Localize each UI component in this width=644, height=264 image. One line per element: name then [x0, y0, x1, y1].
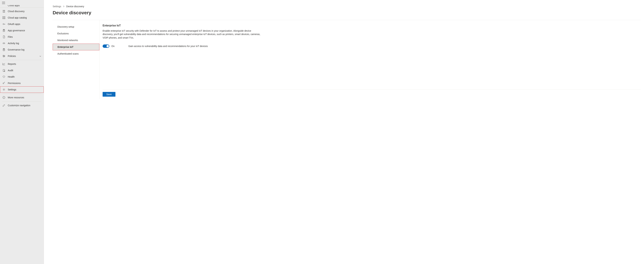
- sidebar-item-label: Reports: [8, 63, 41, 65]
- subnav-item-enterprise-iot[interactable]: Enterprise IoT: [53, 44, 100, 50]
- sidebar-item-label: App governance: [8, 29, 41, 32]
- subnav-item-label: Enterprise IoT: [58, 46, 74, 48]
- sidebar-item-label: Health: [8, 75, 41, 78]
- chevron-right-icon: [63, 5, 65, 8]
- sidebar-item-health[interactable]: Health: [0, 74, 44, 80]
- heart-icon: [2, 75, 6, 78]
- grid-icon: [2, 16, 6, 19]
- subnav-item-label: Authenticated scans: [58, 52, 79, 55]
- sidebar-item-policies[interactable]: Policies: [0, 53, 44, 59]
- link-icon: [2, 42, 6, 45]
- sidebar-item-customize-navigation[interactable]: Customize navigation: [0, 102, 44, 109]
- sidebar: Cloud apps Cloud discovery Cloud app cat…: [0, 0, 44, 264]
- sidebar-item-cloud-app-catalog[interactable]: Cloud app catalog: [0, 14, 44, 21]
- sidebar-item-label: Cloud discovery: [8, 10, 41, 13]
- svg-point-39: [4, 89, 4, 90]
- svg-rect-33: [3, 69, 5, 72]
- sidebar-item-label: Files: [8, 35, 41, 38]
- save-button[interactable]: Save: [102, 92, 116, 97]
- info-icon: [2, 96, 6, 99]
- toggle-state-label: On: [112, 45, 114, 47]
- sliders-icon: [2, 55, 6, 58]
- svg-rect-13: [3, 18, 4, 19]
- sidebar-item-cloud-discovery[interactable]: Cloud discovery: [0, 8, 44, 14]
- svg-point-30: [4, 56, 5, 56]
- sidebar-separator: [2, 93, 41, 94]
- pencil-icon: [2, 104, 6, 107]
- detail-pane: Enterprise IoT Enable enterprise IoT sec…: [100, 20, 640, 99]
- sidebar-item-cloud-apps[interactable]: Cloud apps: [0, 5, 44, 8]
- chevron-down-icon: [39, 55, 41, 57]
- sidebar-item-more-resources[interactable]: More resources: [0, 94, 44, 101]
- breadcrumb-device-discovery[interactable]: Device discovery: [66, 5, 84, 8]
- sidebar-item-label: Governance log: [8, 48, 41, 51]
- toggle-hint: Gain access to vulnerability data and re…: [128, 45, 208, 47]
- sidebar-item-audit[interactable]: Audit: [0, 67, 44, 74]
- sidebar-item-label: More resources: [8, 96, 41, 99]
- sidebar-item-label: Activity log: [8, 42, 41, 45]
- subnav-item-discovery-setup[interactable]: Discovery setup: [53, 23, 100, 30]
- sidebar-item-app-governance[interactable]: App governance: [0, 27, 44, 34]
- sidebar-item-files[interactable]: Files: [0, 34, 44, 40]
- svg-line-35: [5, 71, 5, 72]
- svg-line-38: [4, 82, 5, 83]
- sidebar-item-oauth-apps[interactable]: OAuth apps: [0, 21, 44, 27]
- detail-heading: Enterprise IoT: [102, 24, 640, 27]
- subnav-item-authenticated-scans[interactable]: Authenticated scans: [53, 50, 100, 57]
- svg-rect-12: [4, 16, 5, 17]
- svg-point-28: [3, 55, 4, 56]
- sidebar-item-reports[interactable]: Reports: [0, 61, 44, 67]
- sidebar-item-label: OAuth apps: [8, 23, 41, 25]
- sidebar-separator: [2, 101, 41, 102]
- org-icon: [2, 10, 6, 13]
- hamburger-icon: [2, 2, 5, 4]
- hamburger-menu-button[interactable]: [0, 1, 44, 5]
- subnav-item-label: Monitored networks: [58, 39, 78, 42]
- svg-point-4: [4, 10, 5, 11]
- sidebar-item-activity-log[interactable]: Activity log: [0, 40, 44, 46]
- svg-point-3: [3, 10, 4, 11]
- subnav-item-label: Discovery setup: [58, 25, 74, 28]
- sidebar-item-label: Cloud apps: [8, 5, 41, 7]
- sidebar-item-label: Settings: [8, 88, 41, 91]
- cloud-apps-icon: [2, 5, 6, 8]
- toggle-knob: [106, 45, 109, 47]
- page-title: Device discovery: [53, 10, 644, 15]
- subnav: Discovery setup Exclusions Monitored net…: [53, 20, 100, 99]
- permissions-icon: [2, 82, 6, 85]
- svg-rect-11: [3, 16, 4, 17]
- sidebar-item-label: Customize navigation: [8, 104, 41, 107]
- toggle-row: On Gain access to vulnerability data and…: [102, 44, 640, 48]
- sidebar-separator: [2, 60, 41, 60]
- subnav-item-monitored-networks[interactable]: Monitored networks: [53, 37, 100, 44]
- sidebar-item-label: Policies: [8, 55, 37, 57]
- gear-icon: [2, 88, 6, 91]
- chart-icon: [2, 62, 6, 65]
- svg-point-15: [3, 23, 4, 25]
- clipboard-icon: [2, 48, 6, 51]
- svg-rect-14: [4, 18, 5, 19]
- breadcrumb-settings[interactable]: Settings: [53, 5, 61, 8]
- svg-line-37: [4, 82, 5, 83]
- sidebar-item-governance-log[interactable]: Governance log: [0, 46, 44, 53]
- main-content: Settings Device discovery Device discove…: [44, 0, 644, 264]
- subnav-item-label: Exclusions: [58, 32, 69, 35]
- breadcrumb: Settings Device discovery: [53, 5, 644, 8]
- sidebar-item-permissions[interactable]: Permissions: [0, 80, 44, 86]
- sidebar-item-settings[interactable]: Settings: [0, 86, 44, 93]
- svg-point-32: [4, 57, 4, 57]
- svg-point-5: [3, 12, 4, 12]
- key-icon: [2, 22, 6, 26]
- clipboard-icon: [2, 29, 6, 32]
- subnav-item-exclusions[interactable]: Exclusions: [53, 30, 100, 37]
- sidebar-nav: Cloud apps Cloud discovery Cloud app cat…: [0, 5, 44, 264]
- audit-icon: [2, 69, 6, 72]
- detail-footer: Save: [102, 89, 640, 99]
- detail-description: Enable enterprise IoT security with Defe…: [102, 29, 261, 39]
- svg-point-6: [4, 12, 5, 12]
- doc-icon: [2, 35, 6, 38]
- enterprise-iot-toggle[interactable]: [102, 44, 109, 48]
- sidebar-item-label: Permissions: [8, 82, 41, 85]
- content-panel: Discovery setup Exclusions Monitored net…: [53, 20, 640, 99]
- sidebar-item-label: Audit: [8, 69, 41, 72]
